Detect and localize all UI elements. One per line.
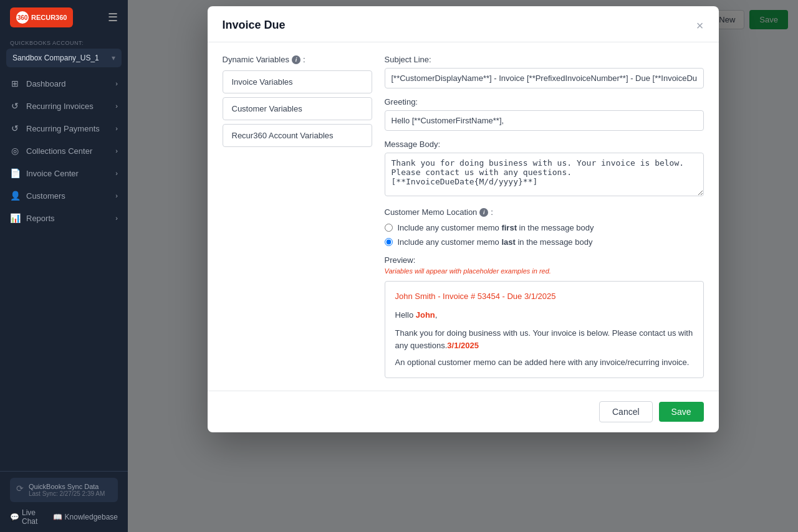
modal-close-button[interactable]: × — [696, 19, 704, 32]
subject-line-label: Subject Line: — [385, 55, 704, 64]
reports-icon: 📊 — [10, 213, 20, 223]
customer-variables-button[interactable]: Customer Variables — [223, 97, 372, 120]
sidebar-item-collections-center[interactable]: ◎ Collections Center › — [0, 140, 128, 162]
sync-sublabel: Last Sync: 2/27/25 2:39 AM — [29, 490, 105, 497]
sync-label: QuickBooks Sync Data — [29, 483, 105, 490]
recurring-invoices-chevron-icon: › — [115, 102, 118, 110]
subject-line-input[interactable] — [385, 68, 704, 88]
subject-line-group: Subject Line: — [385, 55, 704, 88]
dynamic-variables-panel: Dynamic Variables i : Invoice Variables … — [223, 55, 372, 378]
sidebar-item-invoice-center[interactable]: 📄 Invoice Center › — [0, 162, 128, 184]
logo-circle: 360 — [16, 11, 29, 24]
modal-body: Dynamic Variables i : Invoice Variables … — [208, 42, 719, 391]
preview-hint: Variables will appear with placeholder e… — [385, 267, 704, 275]
live-chat-link[interactable]: 💬 Live Chat — [10, 508, 46, 526]
save-button[interactable]: Save — [659, 402, 704, 422]
sidebar: 360 RECUR360 ☰ QUICKBOOKS ACCOUNT: Sandb… — [0, 0, 128, 532]
sidebar-item-recurring-invoices[interactable]: ↺ Recurring Invoices › — [0, 95, 128, 117]
preview-subject: John Smith - Invoice # 53454 - Due 3/1/2… — [395, 290, 693, 303]
cancel-button[interactable]: Cancel — [599, 401, 653, 422]
main-content: + Add New Save Invoice Due × Dynamic Var… — [128, 0, 798, 532]
message-body-group: Message Body: — [385, 140, 704, 199]
dashboard-chevron-icon: › — [115, 80, 118, 87]
preview-body: Thank you for doing business with us. Yo… — [395, 327, 693, 351]
preview-greeting-suffix: , — [435, 310, 438, 320]
sidebar-item-customers-label: Customers — [26, 191, 65, 201]
customer-memo-info-icon[interactable]: i — [479, 208, 488, 217]
message-body-textarea[interactable] — [385, 153, 704, 196]
recur360-variables-button[interactable]: Recur360 Account Variables — [223, 124, 372, 147]
memo-last-radio[interactable] — [385, 238, 393, 246]
account-selector[interactable]: Sandbox Company_US_1 ▾ — [6, 49, 122, 67]
recurring-payments-icon: ↺ — [10, 123, 20, 133]
collections-center-icon: ◎ — [10, 146, 20, 156]
memo-first-radio-label[interactable]: Include any customer memo first in the m… — [385, 223, 704, 232]
sidebar-footer: ⟳ QuickBooks Sync Data Last Sync: 2/27/2… — [0, 471, 128, 532]
modal-footer: Cancel Save — [208, 391, 719, 432]
sidebar-nav: ⊞ Dashboard › ↺ Recurring Invoices › ↺ R… — [0, 72, 128, 471]
quickbooks-sync-info: ⟳ QuickBooks Sync Data Last Sync: 2/27/2… — [10, 478, 118, 502]
sidebar-item-recurring-payments-label: Recurring Payments — [26, 124, 100, 133]
logo-short: 360 — [17, 14, 28, 21]
knowledgebase-label: Knowledgebase — [65, 513, 118, 521]
memo-last-bold: last — [501, 237, 515, 247]
preview-memo-text: An optional customer memo can be added h… — [395, 358, 690, 367]
preview-subject-text: John Smith - Invoice # 53454 - Due 3/1/2… — [395, 292, 556, 301]
recurring-invoices-icon: ↺ — [10, 101, 20, 111]
reports-chevron-icon: › — [115, 214, 118, 222]
sidebar-logo-area: 360 RECUR360 ☰ — [0, 0, 128, 35]
preview-body-text: Thank you for doing business with us. Yo… — [395, 328, 693, 350]
preview-memo: An optional customer memo can be added h… — [395, 356, 693, 369]
sidebar-item-customers[interactable]: 👤 Customers › — [0, 184, 128, 207]
form-fields-panel: Subject Line: Greeting: Message Body: — [385, 55, 704, 378]
sidebar-item-dashboard-label: Dashboard — [26, 79, 66, 88]
modal-title: Invoice Due — [223, 19, 286, 32]
message-body-label: Message Body: — [385, 140, 704, 149]
sidebar-item-invoice-center-label: Invoice Center — [26, 169, 79, 178]
memo-first-radio[interactable] — [385, 224, 393, 232]
recurring-payments-chevron-icon: › — [115, 125, 118, 132]
sidebar-item-reports-label: Reports — [26, 214, 55, 223]
invoice-due-modal: Invoice Due × Dynamic Variables i : Invo… — [208, 6, 719, 432]
sidebar-item-collections-center-label: Collections Center — [26, 146, 92, 156]
memo-first-bold: first — [501, 223, 517, 232]
knowledgebase-icon: 📖 — [53, 513, 62, 521]
customers-chevron-icon: › — [115, 192, 118, 199]
invoice-center-icon: 📄 — [10, 168, 20, 178]
customers-icon: 👤 — [10, 191, 20, 201]
account-chevron-icon: ▾ — [112, 54, 115, 62]
live-chat-icon: 💬 — [10, 513, 19, 521]
sidebar-item-dashboard[interactable]: ⊞ Dashboard › — [0, 72, 128, 95]
sync-icon: ⟳ — [16, 483, 24, 493]
knowledgebase-link[interactable]: 📖 Knowledgebase — [53, 508, 118, 526]
modal-header: Invoice Due × — [208, 6, 719, 42]
preview-label: Preview: — [385, 255, 704, 265]
sidebar-item-recurring-payments[interactable]: ↺ Recurring Payments › — [0, 117, 128, 140]
sidebar-bottom-links: 💬 Live Chat 📖 Knowledgebase — [10, 508, 118, 526]
memo-last-radio-label[interactable]: Include any customer memo last in the me… — [385, 237, 704, 247]
preview-greeting-name: John — [416, 310, 435, 320]
preview-date: 3/1/2025 — [447, 341, 479, 350]
preview-greeting-prefix: Hello — [395, 310, 416, 320]
memo-first-text: Include any customer memo first in the m… — [398, 223, 594, 232]
sidebar-item-recurring-invoices-label: Recurring Invoices — [26, 102, 94, 111]
greeting-label: Greeting: — [385, 97, 704, 107]
logo-text: RECUR360 — [31, 14, 67, 21]
memo-radio-group: Include any customer memo first in the m… — [385, 223, 704, 247]
hamburger-menu[interactable]: ☰ — [108, 11, 118, 24]
dashboard-icon: ⊞ — [10, 78, 20, 88]
invoice-center-chevron-icon: › — [115, 169, 118, 177]
invoice-variables-button[interactable]: Invoice Variables — [223, 70, 372, 93]
account-section-label: QUICKBOOKS ACCOUNT: — [0, 35, 128, 49]
preview-box: John Smith - Invoice # 53454 - Due 3/1/2… — [385, 281, 704, 378]
collections-center-chevron-icon: › — [115, 147, 118, 154]
greeting-input[interactable] — [385, 110, 704, 131]
account-name: Sandbox Company_US_1 — [12, 54, 99, 62]
dynamic-variables-label: Dynamic Variables i : — [223, 55, 372, 64]
live-chat-label: Live Chat — [22, 508, 46, 526]
dynamic-variables-info-icon[interactable]: i — [292, 55, 300, 64]
greeting-group: Greeting: — [385, 97, 704, 131]
sidebar-item-reports[interactable]: 📊 Reports › — [0, 207, 128, 229]
app-logo: 360 RECUR360 — [10, 7, 73, 27]
memo-last-text: Include any customer memo last in the me… — [398, 237, 593, 247]
